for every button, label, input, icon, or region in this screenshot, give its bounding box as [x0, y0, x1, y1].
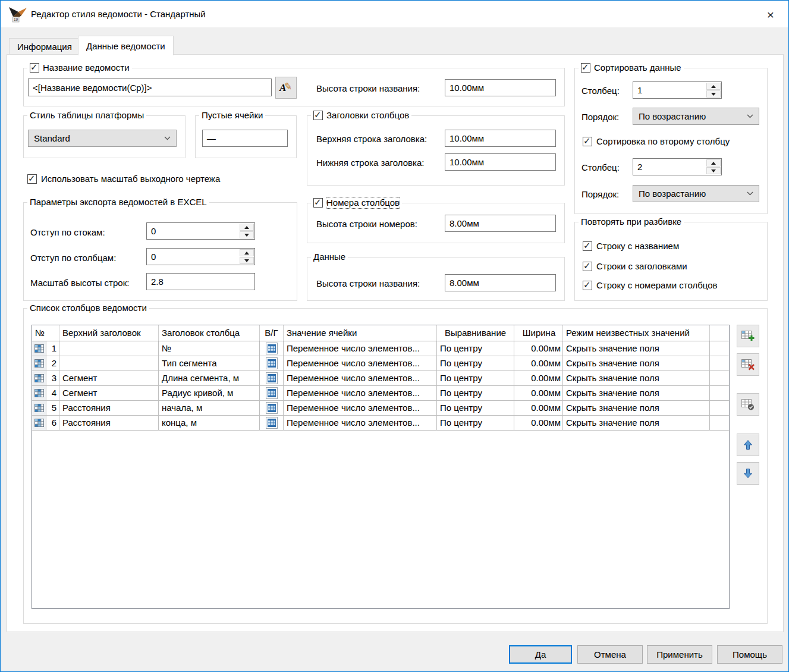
- repeat-title-row[interactable]: Строку с названием: [583, 241, 679, 251]
- cell-width[interactable]: 0.00мм: [514, 341, 563, 356]
- cell-header[interactable]: Длина сегмента, м: [159, 371, 260, 385]
- table-row[interactable]: 1 № Переменное число элементов... По цен…: [32, 341, 729, 356]
- sort-second-checkbox[interactable]: [583, 137, 592, 146]
- cell-unknown-mode[interactable]: Скрыть значение поля: [563, 341, 710, 356]
- cell-align[interactable]: По центру: [437, 386, 514, 400]
- cell-header[interactable]: Тип сегмента: [159, 356, 260, 370]
- empty-cells-input[interactable]: —: [202, 130, 288, 147]
- cell-top-header[interactable]: Расстояния: [59, 416, 159, 430]
- header-head[interactable]: Заголовок столбца: [159, 325, 260, 341]
- tab-dannye-vedomosti[interactable]: Данные ведомости: [78, 36, 174, 55]
- cell-value[interactable]: Переменное число элементов...: [284, 371, 437, 385]
- repeat-numbers-checkbox[interactable]: [583, 281, 592, 290]
- row-handle-icon[interactable]: [32, 356, 46, 370]
- sort-order2-select[interactable]: По возрастанию: [633, 185, 759, 202]
- header-num[interactable]: №: [32, 325, 59, 341]
- table-row[interactable]: 5 Расстояния начала, м Переменное число …: [32, 401, 729, 416]
- col-indent-spinner[interactable]: 0: [146, 248, 255, 265]
- tab-informatsiya[interactable]: Информация: [9, 38, 80, 55]
- report-title-checkbox[interactable]: [30, 63, 39, 73]
- repeat-numbers-row[interactable]: Строку с номерами столбцов: [583, 280, 718, 290]
- cell-unknown-mode[interactable]: Скрыть значение поля: [563, 356, 710, 370]
- sort-data-checkbox[interactable]: [581, 63, 590, 73]
- sort-column-spinner[interactable]: 1: [633, 81, 722, 99]
- table-row[interactable]: 6 Расстояния конца, м Переменное число э…: [32, 416, 729, 431]
- font-button[interactable]: A ✎: [275, 77, 297, 99]
- header-top[interactable]: Верхний заголовок: [59, 325, 159, 341]
- spin-up-button[interactable]: [240, 224, 254, 231]
- repeat-headers-row[interactable]: Строки с заголовками: [583, 261, 687, 271]
- table-row[interactable]: 3 Сегмент Длина сегмента, м Переменное ч…: [32, 371, 729, 386]
- row-handle-icon[interactable]: [32, 341, 46, 356]
- add-column-button[interactable]: [737, 325, 759, 347]
- header-align[interactable]: Выравнивание: [437, 325, 514, 341]
- top-header-row-input[interactable]: 10.00мм: [445, 130, 556, 147]
- apply-button[interactable]: Применить: [647, 645, 712, 664]
- cancel-button[interactable]: Отмена: [577, 645, 643, 664]
- cell-top-header[interactable]: Сегмент: [59, 371, 159, 385]
- cell-width[interactable]: 0.00мм: [514, 386, 563, 400]
- cell-align[interactable]: По центру: [437, 416, 514, 430]
- spin-up-button[interactable]: [706, 83, 721, 90]
- cell-width[interactable]: 0.00мм: [514, 356, 563, 370]
- spin-down-button[interactable]: [706, 90, 721, 98]
- edit-column-button[interactable]: [737, 393, 759, 416]
- spin-down-button[interactable]: [706, 167, 721, 174]
- delete-column-button[interactable]: [737, 353, 759, 376]
- cell-top-header[interactable]: [59, 356, 159, 370]
- ok-button[interactable]: Да: [509, 645, 572, 664]
- columns-table[interactable]: № Верхний заголовок Заголовок столбца В/…: [32, 325, 730, 609]
- cell-top-header[interactable]: Расстояния: [59, 401, 159, 415]
- use-output-scale-checkbox-row[interactable]: Использовать масштаб выходного чертежа: [27, 174, 220, 184]
- spin-down-button[interactable]: [240, 231, 254, 238]
- cell-header[interactable]: конца, м: [159, 416, 260, 430]
- orientation-icon[interactable]: [260, 401, 284, 415]
- header-unknown[interactable]: Режим неизвестных значений: [563, 325, 710, 341]
- cell-unknown-mode[interactable]: Скрыть значение поля: [563, 416, 710, 430]
- use-output-scale-checkbox[interactable]: [27, 174, 37, 184]
- orientation-icon[interactable]: [260, 416, 284, 430]
- header-val[interactable]: Значение ячейки: [284, 325, 437, 341]
- repeat-title-checkbox[interactable]: [583, 241, 592, 251]
- row-scale-input[interactable]: 2.8: [146, 273, 255, 290]
- row-handle-icon[interactable]: [32, 371, 46, 385]
- cell-value[interactable]: Переменное число элементов...: [284, 401, 437, 415]
- cell-value[interactable]: Переменное число элементов...: [284, 341, 437, 356]
- move-down-button[interactable]: [737, 462, 759, 485]
- cell-header[interactable]: №: [159, 341, 260, 356]
- cell-value[interactable]: Переменное число элементов...: [284, 416, 437, 430]
- cell-header[interactable]: Радиус кривой, м: [159, 386, 260, 400]
- cell-align[interactable]: По центру: [437, 371, 514, 385]
- header-vg[interactable]: В/Г: [260, 325, 284, 341]
- cell-unknown-mode[interactable]: Скрыть значение поля: [563, 386, 710, 400]
- bottom-header-row-input[interactable]: 10.00мм: [445, 153, 556, 171]
- title-row-height-input[interactable]: 10.00мм: [445, 79, 556, 96]
- sort-second-checkbox-row[interactable]: Сортировка по второму столбцу: [583, 136, 730, 146]
- row-handle-icon[interactable]: [32, 401, 46, 415]
- header-width[interactable]: Ширина: [514, 325, 563, 341]
- cell-top-header[interactable]: [59, 341, 159, 356]
- column-numbers-checkbox[interactable]: [313, 198, 323, 208]
- spin-down-button[interactable]: [240, 257, 254, 264]
- sort-column2-spinner[interactable]: 2: [633, 158, 722, 175]
- cell-align[interactable]: По центру: [437, 356, 514, 370]
- help-button[interactable]: Помощь: [717, 645, 782, 664]
- table-row[interactable]: 2 Тип сегмента Переменное число элементо…: [32, 356, 729, 371]
- row-indent-spinner[interactable]: 0: [146, 222, 255, 240]
- cell-unknown-mode[interactable]: Скрыть значение поля: [563, 401, 710, 415]
- row-handle-icon[interactable]: [32, 386, 46, 400]
- spin-up-button[interactable]: [706, 159, 721, 167]
- cell-align[interactable]: По центру: [437, 341, 514, 356]
- cell-width[interactable]: 0.00мм: [514, 416, 563, 430]
- cell-value[interactable]: Переменное число элементов...: [284, 356, 437, 370]
- data-row-height-input[interactable]: 8.00мм: [445, 274, 556, 291]
- row-handle-icon[interactable]: [32, 416, 46, 430]
- column-headers-checkbox[interactable]: [313, 111, 323, 120]
- cell-width[interactable]: 0.00мм: [514, 401, 563, 415]
- cell-top-header[interactable]: Сегмент: [59, 386, 159, 400]
- table-row[interactable]: 4 Сегмент Радиус кривой, м Переменное чи…: [32, 386, 729, 401]
- orientation-icon[interactable]: [260, 371, 284, 385]
- cell-header[interactable]: начала, м: [159, 401, 260, 415]
- orientation-icon[interactable]: [260, 386, 284, 400]
- orientation-icon[interactable]: [260, 356, 284, 370]
